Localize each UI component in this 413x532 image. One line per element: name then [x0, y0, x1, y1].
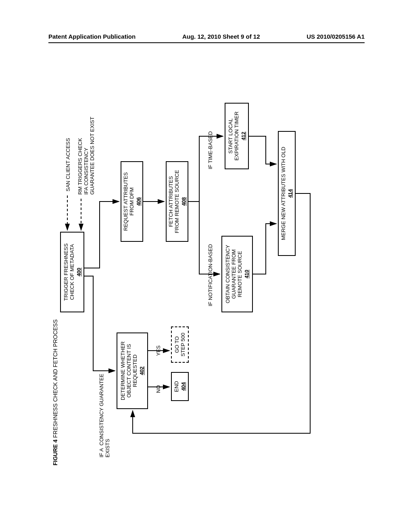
- box-412: START LOCAL EXPIRATION TIMER 412: [225, 103, 249, 169]
- header-right: US 2010/0205156 A1: [307, 33, 365, 40]
- label-if-time: IF TIME-BASED: [207, 131, 213, 169]
- box-410: OBTAIN CONSISTENCY GUARANTEE FROM REMOTE…: [221, 236, 253, 312]
- box-406-ref: 406: [136, 197, 142, 206]
- box-402-text: DETERMINE WHETHER OBJECT CONTENT IS REQU…: [120, 341, 138, 400]
- box-402-ref: 402: [139, 366, 145, 375]
- box-412-ref: 412: [240, 132, 246, 141]
- header-left: Patent Application Publication: [48, 33, 136, 40]
- figure-title-bold: FIGURE 4: [52, 439, 58, 466]
- box-404-ref: 404: [180, 382, 186, 391]
- box-414: MERGE NEW ATTRIBUTES WITH OLD 414: [278, 131, 296, 256]
- diagram-viewport: FIGURE 4 FRESHNESS CHECK AND FETCH PROCE…: [52, 58, 363, 466]
- header-center: Aug. 12, 2010 Sheet 9 of 12: [182, 33, 260, 40]
- label-rm-triggers: RM TRIGGERS CHECK IFA CONSISTENCY GUARAN…: [77, 117, 95, 195]
- box-404-text: END: [173, 381, 179, 392]
- label-if-notification: IF NOTIFICATION-BASED: [207, 244, 213, 306]
- box-400-text: TRIGGER FRESHNESS CHECK OF METADATA: [63, 243, 75, 301]
- box-410-text: OBTAIN CONSISTENCY GUARANTEE FROM REMOTE…: [225, 245, 243, 303]
- box-406-text: REQUEST ATTRIBUTES FROM DFM: [123, 172, 135, 231]
- box-400-ref: 400: [76, 268, 82, 276]
- figure-title-rest: FRESHNESS CHECK AND FETCH PROCESS: [52, 319, 58, 439]
- box-406: REQUEST ATTRIBUTES FROM DFM 406: [121, 161, 143, 242]
- box-404: END 404: [171, 372, 189, 401]
- box-412-text: START LOCAL EXPIRATION TIMER: [227, 112, 240, 161]
- label-yes: YES: [155, 345, 161, 356]
- label-san-client: SAN CLIENT ACCESS: [65, 138, 71, 191]
- box-402: DETERMINE WHETHER OBJECT CONTENT IS REQU…: [117, 332, 148, 409]
- label-no: NO: [155, 385, 161, 393]
- box-414-ref: 414: [287, 189, 293, 198]
- box-408-text: FETCH ATTRIBUTES FROM REMOTE SOURCE: [168, 170, 180, 233]
- figure-title: FIGURE 4 FRESHNESS CHECK AND FETCH PROCE…: [52, 319, 58, 466]
- box-410-ref: 410: [244, 270, 250, 278]
- label-if-guarantee-exists: IF A CONSISTENCY GUARANTEE EXISTS: [98, 374, 111, 457]
- page-header: Patent Application Publication Aug. 12, …: [48, 33, 365, 43]
- box-400: TRIGGER FRESHNESS CHECK OF METADATA 400: [60, 232, 84, 312]
- box-goto-500: GO TO STEP 500: [171, 326, 189, 363]
- box-goto-500-text: GO TO STEP 500: [174, 332, 186, 356]
- diagram: FIGURE 4 FRESHNESS CHECK AND FETCH PROCE…: [52, 58, 363, 466]
- box-414-text: MERGE NEW ATTRIBUTES WITH OLD: [280, 147, 286, 240]
- box-408: FETCH ATTRIBUTES FROM REMOTE SOURCE 408: [166, 161, 188, 242]
- box-408-ref: 408: [181, 197, 187, 206]
